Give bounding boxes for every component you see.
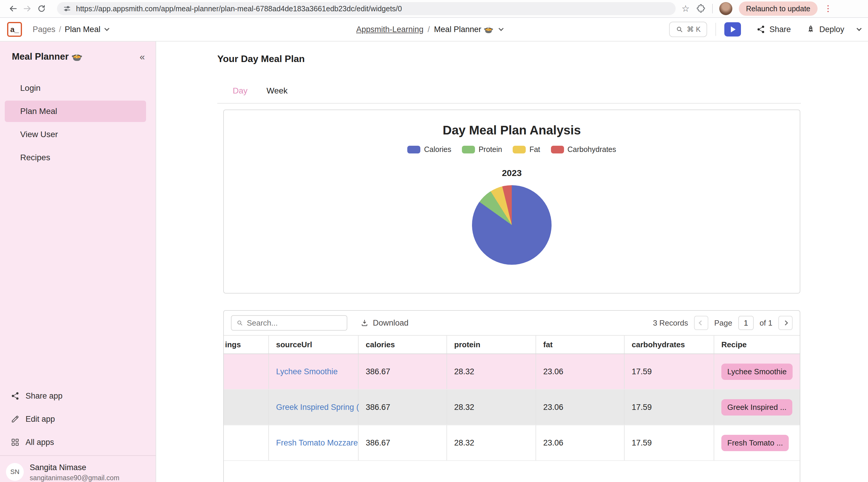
recipe-button[interactable]: Fresh Tomato ... <box>721 435 789 451</box>
legend-item-protein[interactable]: Protein <box>462 145 502 154</box>
browser-reload-button[interactable] <box>34 1 49 16</box>
chevron-down-icon[interactable] <box>499 26 504 31</box>
chevron-right-icon <box>783 321 788 326</box>
sidebar-title-row: Meal Planner 🍲 « <box>0 51 156 62</box>
column-header-recipe[interactable]: Recipe <box>714 336 800 353</box>
all-apps-label: All apps <box>26 438 54 447</box>
share-button[interactable]: Share <box>756 25 791 34</box>
column-header-servings[interactable]: ings <box>224 336 268 353</box>
download-icon <box>361 319 369 327</box>
browser-menu-kebab-icon[interactable]: ⋮ <box>824 4 832 13</box>
main-canvas: Your Day Meal Plan Day Week Day Meal Pla… <box>156 41 868 482</box>
relaunch-to-update-button[interactable]: Relaunch to update <box>739 1 817 16</box>
chart-legend: Calories Protein Fat Carbohydrates <box>224 145 800 154</box>
sidebar-collapse-icon[interactable]: « <box>140 52 145 61</box>
calories-cell: 386.67 <box>358 354 446 389</box>
column-header-fat[interactable]: fat <box>535 336 624 353</box>
tab-week[interactable]: Week <box>257 79 297 103</box>
legend-label-protein: Protein <box>478 145 502 154</box>
chevron-down-icon[interactable] <box>104 26 110 31</box>
carbohydrates-cell: 17.59 <box>624 354 714 389</box>
legend-swatch-protein <box>462 146 475 154</box>
browser-back-button[interactable] <box>6 1 20 16</box>
tab-day[interactable]: Day <box>223 79 257 103</box>
breadcrumb-pages[interactable]: Pages <box>33 25 56 34</box>
recipe-button[interactable]: Lychee Smoothie <box>721 363 793 380</box>
table-row[interactable]: Lychee Smoothie 386.67 28.32 23.06 17.59… <box>224 354 800 390</box>
source-url-cell: Fresh Tomato Mozzare <box>268 425 358 460</box>
column-header-sourceurl[interactable]: sourceUrl <box>268 336 358 353</box>
user-name: Sangita Nimase <box>30 463 119 472</box>
edit-app-label: Edit app <box>26 415 55 424</box>
bookmark-star-icon[interactable]: ☆ <box>682 4 690 13</box>
source-url-link[interactable]: Greek Inspired Spring ( <box>276 403 359 412</box>
chart-card: Day Meal Plan Analysis Calories Protein … <box>223 109 800 293</box>
share-app-button[interactable]: Share app <box>0 385 156 407</box>
share-icon <box>11 391 20 400</box>
page-label: Page <box>714 318 732 328</box>
table-row[interactable]: Greek Inspired Spring ( 386.67 28.32 23.… <box>224 390 800 425</box>
app-body: Meal Planner 🍲 « Login Plan Meal View Us… <box>0 41 868 482</box>
edit-app-button[interactable]: Edit app <box>0 408 156 430</box>
prev-page-button[interactable] <box>694 316 708 330</box>
column-header-protein[interactable]: protein <box>446 336 535 353</box>
download-button[interactable]: Download <box>361 318 408 328</box>
browser-right-controls: ☆ Relaunch to update ⋮ <box>682 1 832 16</box>
user-email: sangitanimase90@gmail.com <box>30 474 119 482</box>
breadcrumb-current-page[interactable]: Plan Meal <box>65 25 100 34</box>
recipe-button[interactable]: Greek Inspired ... <box>721 399 792 416</box>
address-bar[interactable]: https://app.appsmith.com/app/meal-planne… <box>57 2 676 15</box>
source-url-cell: Greek Inspired Spring ( <box>268 390 358 425</box>
column-header-carbohydrates[interactable]: carbohydrates <box>624 336 714 353</box>
browser-toolbar: https://app.appsmith.com/app/meal-planne… <box>0 0 868 18</box>
omnibar-search-button[interactable]: ⌘ K <box>669 22 707 37</box>
sidebar-item-view-user[interactable]: View User <box>5 124 146 145</box>
carbohydrates-cell: 17.59 <box>624 390 714 425</box>
next-page-button[interactable] <box>778 316 793 330</box>
breadcrumb-separator: / <box>59 25 61 34</box>
appsmith-logo[interactable]: a_ <box>7 22 22 37</box>
column-header-calories[interactable]: calories <box>358 336 446 353</box>
share-label: Share <box>770 25 791 34</box>
table-search-box[interactable] <box>231 315 347 331</box>
calories-cell: 386.67 <box>358 425 446 460</box>
header-divider <box>715 23 716 36</box>
sidebar-item-recipes[interactable]: Recipes <box>5 147 146 168</box>
app-header: a_ Pages / Plan Meal Appsmith-Learning /… <box>0 18 868 41</box>
workspace-link[interactable]: Appsmith-Learning <box>356 25 424 34</box>
protein-cell: 28.32 <box>446 390 535 425</box>
table-card: Download 3 Records Page of 1 ings source… <box>223 310 800 482</box>
deploy-button[interactable]: Deploy <box>806 25 844 34</box>
extensions-puzzle-icon[interactable] <box>696 4 706 13</box>
sidebar: Meal Planner 🍲 « Login Plan Meal View Us… <box>0 41 156 482</box>
preview-play-button[interactable] <box>724 22 741 36</box>
user-profile-row[interactable]: SN Sangita Nimase sangitanimase90@gmail.… <box>0 461 156 482</box>
grid-icon <box>11 438 20 447</box>
deploy-menu-chevron-icon[interactable] <box>857 26 862 31</box>
browser-profile-avatar[interactable] <box>719 2 732 15</box>
sidebar-item-login[interactable]: Login <box>5 77 146 99</box>
page-number-input[interactable] <box>738 316 754 330</box>
legend-label-carbohydrates: Carbohydrates <box>567 145 616 154</box>
source-url-link[interactable]: Fresh Tomato Mozzare <box>276 438 358 448</box>
workspace-separator: / <box>428 25 430 34</box>
legend-item-fat[interactable]: Fat <box>513 145 540 154</box>
table-row[interactable]: Fresh Tomato Mozzare 386.67 28.32 23.06 … <box>224 425 800 461</box>
chart-year-label: 2023 <box>224 168 800 178</box>
site-settings-icon[interactable] <box>63 4 71 13</box>
legend-item-carbohydrates[interactable]: Carbohydrates <box>551 145 616 154</box>
all-apps-button[interactable]: All apps <box>0 431 156 453</box>
search-icon <box>236 319 243 327</box>
url-text[interactable]: https://app.appsmith.com/app/meal-planne… <box>76 4 402 13</box>
browser-forward-button[interactable] <box>20 1 34 16</box>
app-name[interactable]: Meal Planner 🍲 <box>434 25 493 34</box>
table-pagination: 3 Records Page of 1 <box>653 316 793 330</box>
legend-item-calories[interactable]: Calories <box>407 145 451 154</box>
source-url-link[interactable]: Lychee Smoothie <box>276 367 338 376</box>
fat-cell: 23.06 <box>535 425 624 460</box>
legend-label-calories: Calories <box>424 145 451 154</box>
servings-cell <box>224 390 268 425</box>
table-search-input[interactable] <box>247 318 342 328</box>
sidebar-item-plan-meal[interactable]: Plan Meal <box>5 101 146 122</box>
pie-chart[interactable] <box>472 185 552 265</box>
